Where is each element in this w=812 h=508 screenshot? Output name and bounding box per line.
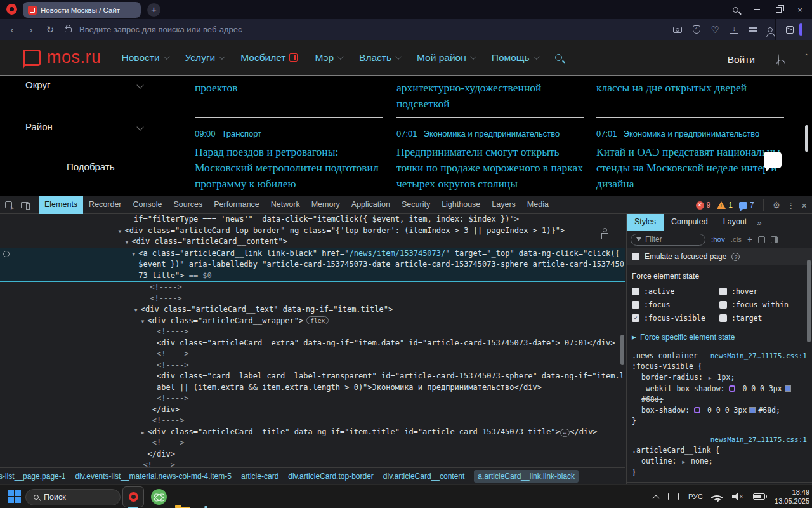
devtools-tab-elements[interactable]: Elements (39, 196, 83, 214)
tree-node[interactable]: <!----> (0, 349, 625, 360)
css-property[interactable]: -webkit-box-shadow: 0 0 0 3px#68d; (632, 384, 807, 405)
node-href-link[interactable]: /news/item/153745073/ (350, 249, 446, 258)
filter-raion[interactable]: Район (25, 121, 143, 132)
chat-widget-button[interactable] (764, 152, 782, 168)
checkbox[interactable]: ✓ (632, 314, 639, 322)
device-toolbar-button[interactable] (16, 197, 33, 213)
devtools-tab-lighthouse[interactable]: Lighthouse (436, 196, 486, 214)
devtools-tab-memory[interactable]: Memory (306, 196, 346, 214)
expanded-arrow-icon[interactable]: ▼ (132, 249, 135, 260)
downloads-icon[interactable]: ↓ (730, 25, 738, 34)
page-scrollbar-thumb[interactable] (805, 125, 808, 152)
new-tab-button[interactable]: + (147, 3, 160, 17)
devtools-tab-application[interactable]: Application (346, 196, 396, 214)
expand-arrow-icon[interactable]: ▶ (682, 459, 685, 465)
tree-node[interactable]: <!----> (0, 393, 625, 404)
scroll-up-caret[interactable]: ⌃ (804, 53, 809, 60)
more-tabs-icon[interactable]: » (757, 218, 761, 227)
site-search-icon[interactable] (555, 54, 562, 61)
language-indicator[interactable]: РУС (688, 493, 703, 500)
tree-node[interactable]: <!----> (0, 438, 625, 449)
search-tabs-button[interactable] (724, 0, 746, 19)
css-property[interactable]: box-shadow: 0 0 0 3px#68d; (632, 405, 807, 416)
tree-node[interactable]: <!----> (0, 326, 625, 338)
sidebar-tab-styles[interactable]: Styles (627, 214, 664, 231)
css-property[interactable]: border-radius: ▶ 1px; (632, 372, 807, 384)
minimize-button[interactable] (746, 0, 768, 19)
easy-setup-icon[interactable] (749, 26, 757, 33)
tree-node[interactable]: <div class="card__label card__label-tran… (0, 371, 625, 393)
nav-item-3[interactable]: Мосбилет (240, 52, 298, 64)
restore-button[interactable] (768, 0, 789, 19)
shield-icon[interactable] (693, 25, 700, 34)
hidden-icons-chevron[interactable] (652, 495, 659, 502)
profile-icon[interactable] (768, 27, 773, 32)
shadow-editor-icon[interactable] (694, 407, 700, 413)
article-title-tail[interactable]: проектов (195, 80, 383, 96)
nav-item-6[interactable]: Мой район (417, 52, 475, 64)
checkbox[interactable] (632, 288, 639, 295)
article-title-link[interactable]: Предприниматели смогут открыть точки по … (396, 144, 584, 192)
shadow-editor-icon[interactable] (729, 385, 735, 392)
forward-button[interactable]: › (22, 24, 41, 35)
sidebar-tab-computed[interactable]: Computed (664, 214, 716, 231)
close-button[interactable]: × (789, 0, 811, 19)
article-title-link[interactable]: Парад поездов и ретровагоны: Московский … (195, 144, 383, 192)
expanded-arrow-icon[interactable]: ▼ (119, 226, 122, 237)
article-title-tail[interactable]: классы на дне открытых дверей (596, 80, 784, 96)
filter-okrug[interactable]: Округ (25, 79, 143, 90)
article-category[interactable]: Экономика и предпринимательство (424, 129, 560, 138)
taskbar-atom-app-icon[interactable] (151, 489, 167, 505)
errors-count[interactable]: 9 (707, 201, 711, 210)
nav-item-2[interactable]: Услуги (185, 52, 224, 64)
devtools-tab-layers[interactable]: Layers (486, 196, 521, 214)
state-focus-visible[interactable]: ✓:focus-visible (632, 314, 719, 323)
article-category[interactable]: Транспорт (222, 129, 262, 138)
nav-item-5[interactable]: Власть (359, 52, 400, 64)
checkbox[interactable] (719, 314, 727, 322)
errors-icon[interactable]: ✕ (696, 201, 704, 210)
styles-filter-input[interactable]: Filter (631, 234, 705, 246)
state-hover[interactable]: :hover (719, 287, 807, 296)
breadcrumb-item[interactable]: div.articleCard.top-border (288, 472, 374, 481)
sidebar-scrollbar-thumb[interactable] (807, 260, 811, 342)
warnings-count[interactable]: 1 (728, 201, 733, 210)
devtools-tab-security[interactable]: Security (396, 196, 436, 214)
computed-panel-toggle-icon[interactable] (771, 236, 778, 243)
tree-node[interactable]: <!----> (0, 415, 625, 427)
devtools-tab-recorder[interactable]: Recorder (83, 196, 127, 214)
checkbox[interactable] (719, 288, 727, 295)
nav-item-1[interactable]: Новости (122, 52, 168, 64)
checkbox[interactable] (632, 301, 639, 309)
tree-node[interactable]: ▼<div class="articleCard__wrapper">flex (0, 316, 625, 327)
color-swatch[interactable] (785, 385, 791, 392)
selected-tree-node[interactable]: ▼<a class="articleCard__link link-black"… (0, 248, 625, 283)
state-active[interactable]: :active (632, 287, 719, 296)
start-button[interactable] (8, 490, 21, 503)
breadcrumb-item[interactable]: div.articleCard__content (383, 472, 465, 481)
tree-node[interactable]: ▶<div class="articleCard__title" data-ng… (0, 427, 625, 438)
back-button[interactable]: ‹ (3, 24, 22, 35)
breadcrumb-item[interactable]: div.events-list__material.news-col-md-4.… (75, 472, 232, 481)
toggle-cls-button[interactable]: .cls (731, 236, 742, 243)
devtools-tab-console[interactable]: Console (128, 196, 168, 214)
tree-node[interactable]: <!----> (0, 293, 625, 305)
touch-keyboard-icon[interactable] (668, 493, 679, 500)
battery-icon[interactable] (753, 493, 765, 500)
state-target[interactable]: :target (719, 314, 807, 323)
tree-node[interactable]: ▼<div class="articleCard__content"> (0, 236, 625, 248)
inspect-element-button[interactable] (0, 197, 16, 213)
taskbar-opera-button[interactable] (122, 486, 144, 507)
tree-node[interactable]: <!----> (0, 282, 625, 293)
taskbar-search[interactable]: Поиск (25, 489, 121, 505)
nav-item-4[interactable]: Мэр (315, 52, 342, 64)
browser-tab[interactable]: Новости Москвы / Сайт (23, 2, 141, 18)
tree-node[interactable]: </div> (0, 404, 625, 416)
breadcrumb-item[interactable]: article-card (241, 472, 278, 481)
volume-muted-icon[interactable]: × (732, 493, 743, 500)
article-title-link[interactable]: Китай и ОАЭ представят национальны стенд… (596, 144, 784, 192)
devtools-tab-performance[interactable]: Performance (208, 196, 265, 214)
tree-node[interactable]: <div class="articleCard__extra" data-ng-… (0, 338, 625, 349)
site-security-icon[interactable] (65, 27, 72, 32)
reload-button[interactable]: ↻ (41, 24, 60, 36)
